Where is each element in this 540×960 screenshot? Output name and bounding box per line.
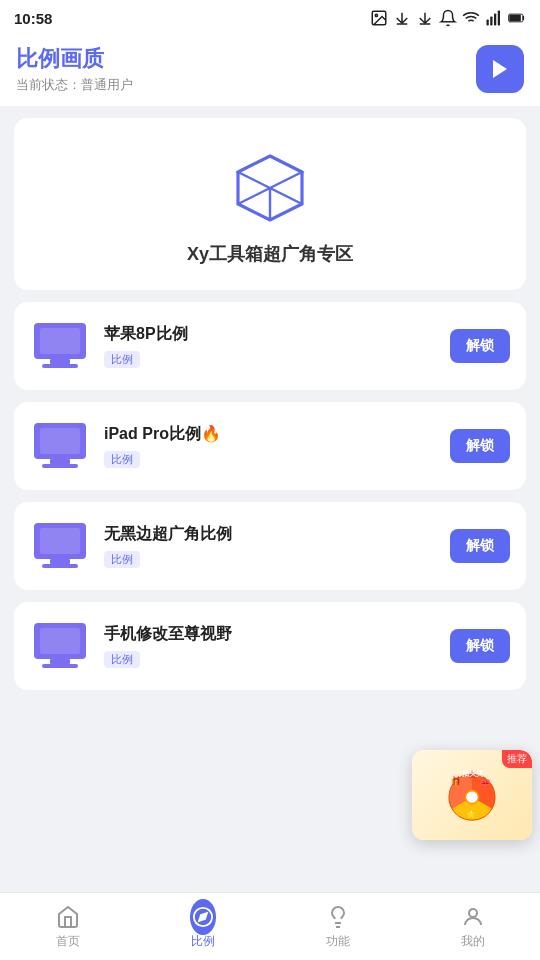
- svg-rect-19: [42, 364, 78, 368]
- item-tag-3: 比例: [104, 551, 140, 568]
- user-icon: [460, 904, 486, 930]
- item-name-4: 手机修改至尊视野: [104, 624, 436, 645]
- svg-rect-23: [42, 464, 78, 468]
- item-icon-2: [30, 416, 90, 476]
- svg-line-15: [270, 188, 302, 204]
- tab-mine[interactable]: 我的: [460, 904, 486, 950]
- bell-icon: [439, 9, 457, 27]
- item-tag-4: 比例: [104, 651, 140, 668]
- item-name-2: iPad Pro比例🔥: [104, 424, 436, 445]
- wifi-icon: [462, 9, 480, 27]
- item-text-4: 手机修改至尊视野 比例: [104, 624, 436, 668]
- promo-popup[interactable]: 推荐 🎁 🎀 ⭐ 抽头奖: [412, 750, 532, 840]
- svg-rect-7: [498, 11, 500, 26]
- unlock-button-4[interactable]: 解锁: [450, 629, 510, 663]
- compass-icon: [190, 904, 216, 930]
- gallery-icon: [370, 9, 388, 27]
- home-icon: [55, 904, 81, 930]
- cube-icon: [230, 148, 310, 228]
- list-item: iPad Pro比例🔥 比例 解锁: [14, 402, 526, 490]
- svg-marker-40: [199, 913, 207, 921]
- item-text-1: 苹果8P比例 比例: [104, 324, 436, 368]
- unlock-button-2[interactable]: 解锁: [450, 429, 510, 463]
- status-time: 10:58: [14, 10, 52, 27]
- tab-bar: 首页 比例 功能: [0, 892, 540, 960]
- svg-rect-26: [50, 559, 70, 564]
- play-button[interactable]: [476, 45, 524, 93]
- item-name-3: 无黑边超广角比例: [104, 524, 436, 545]
- svg-line-14: [238, 188, 270, 204]
- tab-function[interactable]: 功能: [325, 904, 351, 950]
- svg-rect-29: [40, 628, 80, 654]
- unlock-button-3[interactable]: 解锁: [450, 529, 510, 563]
- svg-rect-6: [494, 14, 496, 26]
- main-content: Xy工具箱超广角专区 苹果8P比例 比例 解锁: [0, 106, 540, 702]
- item-icon-4: [30, 616, 90, 676]
- svg-point-1: [375, 14, 377, 16]
- item-tag-2: 比例: [104, 451, 140, 468]
- play-icon: [488, 57, 512, 81]
- tab-home[interactable]: 首页: [55, 904, 81, 950]
- banner-title: Xy工具箱超广角专区: [187, 242, 353, 266]
- promo-badge: 推荐: [502, 750, 532, 768]
- tab-ratio[interactable]: 比例: [190, 904, 216, 950]
- svg-rect-25: [40, 528, 80, 554]
- header-left: 比例画质 当前状态：普通用户: [16, 44, 133, 94]
- prize-wheel-icon: 🎁 🎀 ⭐ 抽头奖: [437, 763, 507, 828]
- item-icon-3: [30, 516, 90, 576]
- tab-ratio-label: 比例: [191, 933, 215, 950]
- item-icon-1: [30, 316, 90, 376]
- battery-icon: [508, 9, 526, 27]
- svg-rect-27: [42, 564, 78, 568]
- svg-rect-21: [40, 428, 80, 454]
- svg-rect-5: [490, 17, 492, 26]
- bulb-icon: [325, 904, 351, 930]
- header: 比例画质 当前状态：普通用户: [0, 36, 540, 106]
- svg-text:⭐: ⭐: [466, 808, 477, 819]
- item-name-1: 苹果8P比例: [104, 324, 436, 345]
- svg-point-33: [466, 790, 479, 803]
- item-text-2: iPad Pro比例🔥 比例: [104, 424, 436, 468]
- banner-card: Xy工具箱超广角专区: [14, 118, 526, 290]
- download-icon: [393, 9, 411, 27]
- svg-marker-10: [493, 60, 507, 78]
- svg-rect-31: [42, 664, 78, 668]
- item-text-3: 无黑边超广角比例 比例: [104, 524, 436, 568]
- svg-marker-12: [238, 156, 302, 188]
- svg-rect-30: [50, 659, 70, 664]
- tab-function-label: 功能: [326, 933, 350, 950]
- status-bar: 10:58: [0, 0, 540, 36]
- svg-rect-4: [487, 20, 489, 26]
- svg-text:🎀: 🎀: [480, 777, 491, 788]
- status-icons: [370, 9, 526, 27]
- list-item: 无黑边超广角比例 比例 解锁: [14, 502, 526, 590]
- svg-point-43: [469, 909, 477, 917]
- svg-text:🎁: 🎁: [451, 776, 462, 787]
- header-subtitle: 当前状态：普通用户: [16, 76, 133, 94]
- svg-rect-22: [50, 459, 70, 464]
- list-item: 手机修改至尊视野 比例 解锁: [14, 602, 526, 690]
- svg-rect-9: [509, 15, 521, 21]
- svg-rect-17: [40, 328, 80, 354]
- svg-text:抽头奖: 抽头奖: [461, 769, 484, 778]
- page-title: 比例画质: [16, 44, 133, 74]
- download2-icon: [416, 9, 434, 27]
- tab-mine-label: 我的: [461, 933, 485, 950]
- item-tag-1: 比例: [104, 351, 140, 368]
- list-item: 苹果8P比例 比例 解锁: [14, 302, 526, 390]
- unlock-button-1[interactable]: 解锁: [450, 329, 510, 363]
- signal-icon: [485, 9, 503, 27]
- tab-home-label: 首页: [56, 933, 80, 950]
- svg-rect-18: [50, 359, 70, 364]
